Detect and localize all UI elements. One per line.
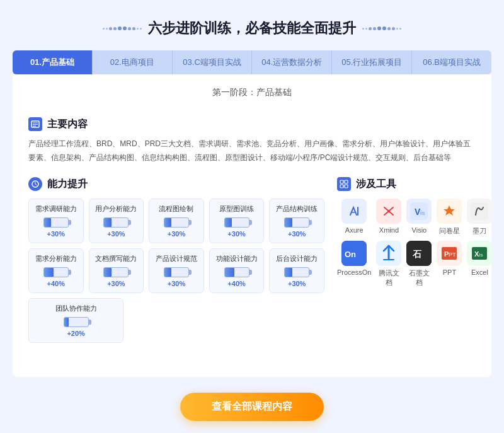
tools-section: 涉及工具 Axure <box>337 177 476 343</box>
battery-4 <box>284 217 309 228</box>
tool-excel: X ls Excel <box>467 241 492 287</box>
skills-row-1: 需求调研能力 +30% 用户分析能力 +30% 流程图绘制 +30% <box>28 199 324 243</box>
tencent-icon <box>376 241 401 266</box>
tools-grid: Axure Xm <box>337 199 476 287</box>
svg-rect-5 <box>340 180 343 183</box>
tab-industry[interactable]: 05.行业拓展项目 <box>332 50 412 74</box>
tool-wjx: 问卷星 <box>437 199 462 236</box>
battery-2 <box>164 217 189 228</box>
battery-1 <box>103 217 129 228</box>
skills-row-3: 团队协作能力 +20% <box>28 298 324 343</box>
battery-5 <box>43 267 69 277</box>
visio-icon: V is <box>406 199 432 224</box>
battery-9 <box>284 267 309 277</box>
tool-processon: On ProcessOn <box>337 241 371 287</box>
tool-shimo: 石 石墨文档 <box>406 241 432 287</box>
content-text: 产品经理工作流程、BRD、MRD、PRD三大文档、需求调研、需求池、竞品分析、用… <box>28 137 476 165</box>
processon-icon: On <box>341 241 367 266</box>
tool-axure: Axure <box>337 199 371 236</box>
stage-title: 第一阶段：产品基础 <box>28 87 476 105</box>
svg-text:is: is <box>420 210 425 216</box>
svg-rect-7 <box>340 185 343 188</box>
modao-icon <box>467 199 492 224</box>
wjx-icon <box>437 199 462 224</box>
svg-point-13 <box>387 210 390 212</box>
skill-card-1: 用户分析能力 +30% <box>89 199 144 243</box>
tool-visio: V is Visio <box>406 199 432 236</box>
battery-3 <box>224 217 249 228</box>
tool-tencent: 腾讯文档 <box>376 241 401 287</box>
battery-6 <box>103 267 129 277</box>
tab-c-project[interactable]: 03.C端项目实战 <box>173 50 253 74</box>
tab-product-basics[interactable]: 01.产品基础 <box>13 50 93 74</box>
svg-rect-9 <box>345 202 363 220</box>
cta-button[interactable]: 查看全部课程内容 <box>180 393 324 421</box>
skill-card-3: 原型图训练 +30% <box>209 199 265 243</box>
main-content-area: 第一阶段：产品基础 主要内容 产品经理工作流程、BRD、MRD、PRD三大文档、… <box>13 74 491 377</box>
skill-card-0: 需求调研能力 +30% <box>28 199 84 243</box>
ability-section: 能力提升 需求调研能力 +30% 用户分析能力 +30% 流程 <box>28 177 324 343</box>
skill-card-4: 产品结构训练 +30% <box>269 199 324 243</box>
shimo-icon: 石 <box>406 241 432 266</box>
skill-card-9: 后台设计能力 +30% <box>269 248 324 293</box>
ppt-icon: P PT <box>437 241 462 266</box>
main-content-icon <box>28 117 42 131</box>
svg-rect-6 <box>345 180 348 183</box>
skill-card-5: 需求分析能力 +40% <box>28 248 84 293</box>
battery-8 <box>224 267 249 277</box>
tab-operations[interactable]: 04.运营数据分析 <box>252 50 332 74</box>
page-container: 六步进阶训练，必备技能全面提升 01.产品基础 02.电商项目 03.C端项目实… <box>0 0 504 433</box>
battery-0 <box>43 217 69 228</box>
svg-rect-8 <box>345 185 348 188</box>
cta-section: 查看全部课程内容 <box>0 377 504 427</box>
skills-row-2: 需求分析能力 +40% 文档撰写能力 +30% 产品设计规范 +30% <box>28 248 324 293</box>
title-section: 六步进阶训练，必备技能全面提升 <box>0 0 504 50</box>
axure-icon <box>341 199 367 224</box>
main-content-label: 主要内容 <box>47 118 88 131</box>
xmind-icon <box>376 199 401 224</box>
svg-text:On: On <box>345 250 356 259</box>
tool-xmind: Xmind <box>376 199 401 236</box>
skill-card-6: 文档撰写能力 +30% <box>89 248 144 293</box>
main-content-header: 主要内容 <box>28 117 476 131</box>
excel-icon: X ls <box>467 241 492 266</box>
tool-modao: 墨刀 <box>467 199 492 236</box>
skill-card-7: 产品设计规范 +30% <box>149 248 204 293</box>
svg-rect-19 <box>471 202 488 220</box>
battery-10 <box>64 317 89 327</box>
ability-icon <box>28 177 42 191</box>
skill-card-10: 团队协作能力 +20% <box>28 298 123 343</box>
tabs-container: 01.产品基础 02.电商项目 03.C端项目实战 04.运营数据分析 05.行… <box>13 50 491 74</box>
svg-text:ls: ls <box>479 252 483 258</box>
svg-text:石: 石 <box>412 249 422 259</box>
tools-icon <box>337 177 351 191</box>
ability-label: 能力提升 <box>47 178 88 191</box>
battery-7 <box>164 267 189 277</box>
ability-header: 能力提升 <box>28 177 324 191</box>
title-dots-left <box>103 26 142 30</box>
tools-header: 涉及工具 <box>337 177 476 191</box>
skill-card-8: 功能设计能力 +40% <box>209 248 265 293</box>
tab-ecommerce[interactable]: 02.电商项目 <box>93 50 173 74</box>
tool-ppt: P PT PPT <box>437 241 462 287</box>
two-col-layout: 能力提升 需求调研能力 +30% 用户分析能力 +30% 流程 <box>28 177 476 343</box>
svg-text:PT: PT <box>449 251 456 258</box>
title-dots-right <box>362 26 401 30</box>
tab-b-project[interactable]: 06.B端项目实战 <box>412 50 491 74</box>
page-title: 六步进阶训练，必备技能全面提升 <box>148 19 356 38</box>
tools-label: 涉及工具 <box>356 178 396 191</box>
skill-card-2: 流程图绘制 +30% <box>149 199 204 243</box>
